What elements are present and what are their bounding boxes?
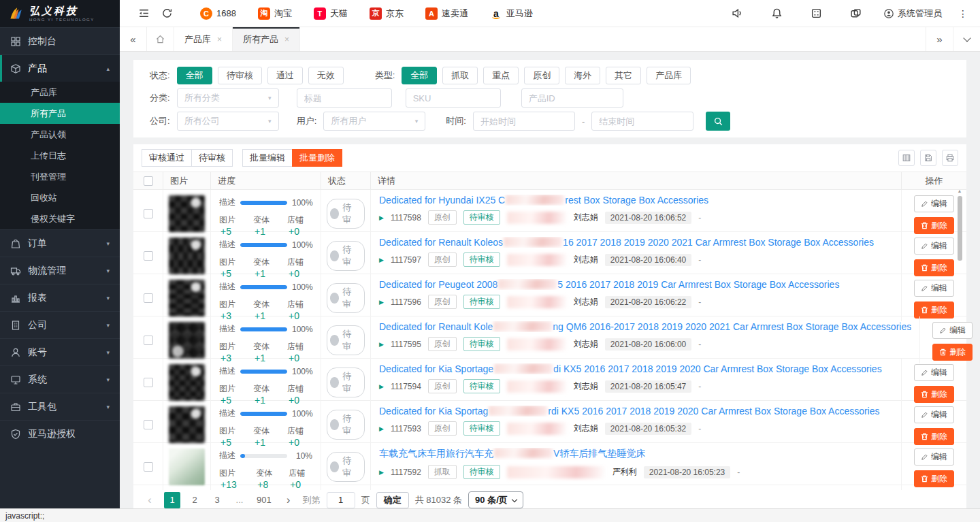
status-pending-button[interactable]: 待审核 xyxy=(218,67,262,84)
scroll-up-icon[interactable]: ▲ xyxy=(956,188,963,195)
type-overseas-button[interactable]: 海外 xyxy=(565,67,600,84)
sidebar-item-recycle-bin[interactable]: 回收站 xyxy=(0,187,120,208)
company-select[interactable]: 所有公司▾ xyxy=(177,112,279,131)
sidebar-item-company[interactable]: 公司 ▾ xyxy=(0,311,120,338)
page-button[interactable]: 901 xyxy=(254,492,274,508)
title-input[interactable] xyxy=(297,88,392,108)
tab-product-library[interactable]: 产品库 × xyxy=(174,27,233,51)
batch-delete-button[interactable]: 批量删除 xyxy=(292,149,342,167)
tabs-scroll-right-icon[interactable]: » xyxy=(926,27,953,51)
product-image[interactable] xyxy=(169,322,205,359)
edit-button[interactable]: 编辑 xyxy=(914,406,954,423)
play-icon[interactable]: ▶ xyxy=(379,257,384,263)
row-checkbox[interactable] xyxy=(144,293,153,303)
sidebar-item-amazon-auth[interactable]: 亚马逊授权 xyxy=(0,420,120,447)
end-time-input[interactable] xyxy=(591,112,693,131)
prev-page-icon[interactable]: ‹ xyxy=(142,492,158,508)
start-time-input[interactable] xyxy=(473,112,575,131)
sidebar-item-orders[interactable]: 订单 ▾ xyxy=(0,229,120,257)
delete-button[interactable]: 删除 xyxy=(914,470,954,487)
workspace-switch-icon[interactable] xyxy=(844,7,867,19)
product-image[interactable] xyxy=(169,364,205,401)
sidebar-item-all-products[interactable]: 所有产品 xyxy=(0,103,120,124)
row-checkbox[interactable] xyxy=(144,251,153,261)
sidebar-item-listing-management[interactable]: 刊登管理 xyxy=(0,166,120,187)
menu-fold-icon[interactable] xyxy=(132,7,155,19)
product-title-link[interactable]: Dedicated for Hyundai IX25 Crest Box Sto… xyxy=(379,195,893,206)
per-page-select[interactable]: 90 条/页 xyxy=(468,491,523,508)
home-tab-icon[interactable] xyxy=(147,27,174,51)
product-title-link[interactable]: Dedicated for Renault Koleos16 2017 2018… xyxy=(379,237,893,248)
type-library-button[interactable]: 产品库 xyxy=(647,67,691,84)
type-original-button[interactable]: 原创 xyxy=(524,67,559,84)
play-icon[interactable]: ▶ xyxy=(379,214,384,221)
user-select[interactable]: 所有用户▾ xyxy=(323,112,425,131)
tabs-scroll-left-icon[interactable]: « xyxy=(120,27,147,51)
confirm-button[interactable]: 确定 xyxy=(376,492,409,508)
type-crawl-button[interactable]: 抓取 xyxy=(442,67,478,84)
edit-button[interactable]: 编辑 xyxy=(914,280,954,297)
play-icon[interactable]: ▶ xyxy=(379,469,384,476)
type-all-button[interactable]: 全部 xyxy=(402,67,437,84)
sidebar-item-products[interactable]: 产品 ▴ xyxy=(0,54,120,82)
product-title-link[interactable]: Dedicated for Kia Sportagrdi KX5 2016 20… xyxy=(379,406,893,417)
next-page-icon[interactable]: › xyxy=(280,492,297,508)
row-checkbox[interactable] xyxy=(144,209,153,218)
approve-button[interactable]: 审核通过 xyxy=(142,149,192,167)
marketplace-amazon[interactable]: a 亚马逊 xyxy=(490,7,533,20)
marketplace-tmall[interactable]: T 天猫 xyxy=(314,7,348,20)
search-button[interactable] xyxy=(706,112,730,131)
product-id-input[interactable] xyxy=(521,88,623,108)
edit-button[interactable]: 编辑 xyxy=(932,322,973,339)
product-title-link[interactable]: Dedicated for Peugeot 20085 2016 2017 20… xyxy=(379,279,893,290)
close-icon[interactable]: × xyxy=(217,35,222,44)
product-image[interactable] xyxy=(169,238,205,274)
product-image[interactable] xyxy=(169,195,205,232)
marketplace-jd[interactable]: 京 京东 xyxy=(370,7,404,20)
status-approved-button[interactable]: 通过 xyxy=(267,67,303,84)
apps-grid-icon[interactable] xyxy=(804,7,828,19)
sidebar-item-accounts[interactable]: 账号 ▾ xyxy=(0,338,120,365)
edit-button[interactable]: 编辑 xyxy=(914,448,954,466)
export-icon[interactable] xyxy=(920,150,936,166)
sidebar-item-infringement-keywords[interactable]: 侵权关键字 xyxy=(0,208,120,229)
close-icon[interactable]: × xyxy=(284,35,289,44)
product-image[interactable] xyxy=(169,406,205,443)
sidebar-item-reports[interactable]: 报表 ▾ xyxy=(0,284,120,311)
batch-edit-button[interactable]: 批量编辑 xyxy=(242,149,293,167)
status-all-button[interactable]: 全部 xyxy=(177,67,212,84)
play-icon[interactable]: ▶ xyxy=(379,383,384,390)
sidebar-item-system[interactable]: 系统 ▾ xyxy=(0,365,120,393)
product-title-link[interactable]: Dedicated for Kia Sportagedi KX5 2016 20… xyxy=(379,363,893,374)
category-select[interactable]: 所有分类▾ xyxy=(177,88,279,108)
scrollbar-thumb[interactable] xyxy=(958,196,962,261)
product-image[interactable] xyxy=(169,280,205,316)
sku-input[interactable] xyxy=(406,88,501,108)
play-icon[interactable]: ▶ xyxy=(379,299,384,306)
play-icon[interactable]: ▶ xyxy=(379,341,384,348)
sidebar-item-dashboard[interactable]: 控制台 xyxy=(0,27,120,54)
print-icon[interactable] xyxy=(942,150,958,166)
status-invalid-button[interactable]: 无效 xyxy=(308,67,344,84)
goto-page-input[interactable] xyxy=(327,492,355,508)
announcement-icon[interactable] xyxy=(725,7,749,19)
type-other-button[interactable]: 其它 xyxy=(606,67,641,84)
page-button[interactable]: 2 xyxy=(186,492,203,508)
product-image[interactable] xyxy=(169,448,205,485)
notification-bell-icon[interactable] xyxy=(765,7,788,19)
user-menu[interactable]: 系统管理员 xyxy=(883,7,942,20)
table-scrollbar[interactable]: ▲ xyxy=(956,188,963,483)
tab-all-products[interactable]: 所有产品 × xyxy=(233,27,300,51)
sidebar-item-upload-log[interactable]: 上传日志 xyxy=(0,145,120,166)
product-title-link[interactable]: Dedicated for Renault Koleng QM6 2016-20… xyxy=(379,321,911,332)
type-key-button[interactable]: 重点 xyxy=(483,67,519,84)
marketplace-taobao[interactable]: 淘 淘宝 xyxy=(258,7,292,20)
row-checkbox[interactable] xyxy=(144,420,153,429)
edit-button[interactable]: 编辑 xyxy=(914,195,954,212)
row-checkbox[interactable] xyxy=(144,378,153,387)
tabs-menu-icon[interactable] xyxy=(953,27,980,51)
product-title-link[interactable]: 车载充气床车用旅行汽车充V轿车后排气垫睡觉床 xyxy=(379,448,893,460)
play-icon[interactable]: ▶ xyxy=(379,425,384,432)
edit-button[interactable]: 编辑 xyxy=(914,364,954,381)
sidebar-item-toolkit[interactable]: 工具包 ▾ xyxy=(0,393,120,420)
